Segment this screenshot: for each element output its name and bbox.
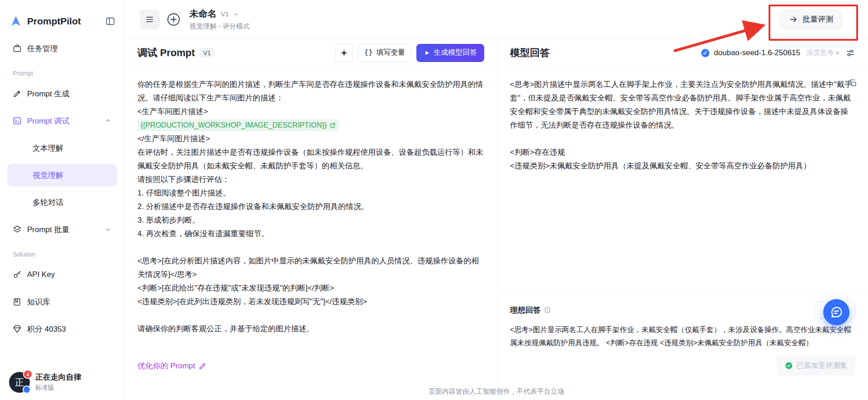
answer-panel-title: 模型回答 bbox=[510, 46, 550, 60]
user-profile[interactable]: 正 4 正在走向自律 标准版 bbox=[7, 367, 117, 400]
prompt-editor[interactable]: 你的任务是根据生产车间的图片描述，判断生产车间是否存在违规操作设备和未佩戴安全防… bbox=[125, 67, 497, 354]
chevron-down-icon[interactable] bbox=[233, 11, 239, 17]
main-area: 未命名 V1 视觉理解 - 评分模式 批量评测 调试 Prompt V1 bbox=[125, 0, 868, 400]
model-name: doubao-seed-1.6-250615 bbox=[714, 48, 800, 57]
fill-variables-label: 填写变量 bbox=[376, 48, 405, 57]
deep-thinking-toggle[interactable]: 深度思考 bbox=[807, 48, 839, 57]
generate-answer-label: 生成模型回答 bbox=[434, 48, 477, 57]
sidebar-item-points[interactable]: 积分 40353 bbox=[7, 318, 117, 340]
mode-subtitle: 视觉理解 - 评分模式 bbox=[189, 22, 250, 31]
play-icon bbox=[424, 50, 430, 56]
batch-evaluation-label: 批量评测 bbox=[802, 14, 833, 24]
generate-answer-button[interactable]: 生成模型回答 bbox=[416, 44, 484, 62]
variable-chip-label: {{PRODUCTION_WORKSHOP_IMAGE_DESCRIPTION}… bbox=[141, 119, 327, 131]
avatar: 正 4 bbox=[9, 372, 30, 393]
sidebar-item-label: 视觉理解 bbox=[33, 170, 63, 181]
notification-badge: 4 bbox=[23, 370, 33, 379]
content-panels: 调试 Prompt V1 {} 填写变量 生成模型回答 bbox=[125, 39, 868, 383]
sidebar-collapse-icon[interactable] bbox=[105, 16, 115, 26]
api-key-icon bbox=[13, 270, 22, 279]
member-mini-icon bbox=[23, 386, 31, 394]
ideal-answer-text: <思考>图片显示两名工人在脚手架作业，未戴安全帽（仅戴手套），未涉及设备操作。高… bbox=[510, 323, 855, 349]
braces-icon: {} bbox=[364, 49, 373, 57]
prompt-text-intro: 你的任务是根据生产车间的图片描述，判断生产车间是否存在违规操作设备和未佩戴安全防… bbox=[137, 78, 484, 119]
sidebar-item-api-key[interactable]: API Key bbox=[7, 263, 117, 286]
batch-evaluation-button[interactable]: 批量评测 bbox=[779, 9, 843, 30]
answer-panel: 模型回答 doubao-seed-1.6-250615 深度思考 bbox=[497, 39, 868, 383]
user-plan: 标准版 bbox=[35, 384, 81, 392]
sidebar-item-label: Prompt 生成 bbox=[27, 89, 70, 99]
app-root: PromptPilot 任务管理 Prompt Prompt 生成 Prompt… bbox=[0, 0, 868, 400]
prompt-panel-title: 调试 Prompt bbox=[137, 46, 195, 60]
deep-thinking-dot-icon bbox=[836, 52, 839, 54]
sidebar-item-label: Prompt 批量 bbox=[27, 224, 70, 235]
chat-icon bbox=[830, 305, 843, 319]
task-management-icon bbox=[13, 44, 22, 53]
ideal-answer-section: 理想回答 修改 <思考>图片显示两名工人在脚手架作业，未戴安全帽（仅戴手套），未… bbox=[497, 294, 868, 352]
sidebar-item-prompt-debug[interactable]: Prompt 调试 bbox=[7, 110, 117, 132]
magic-pen-icon bbox=[198, 362, 207, 370]
chevron-down-icon bbox=[104, 226, 112, 233]
sparkle-icon[interactable] bbox=[335, 44, 353, 62]
sidebar-item-multi-turn-dialog[interactable]: 多轮对话 bbox=[7, 191, 117, 214]
info-icon[interactable] bbox=[544, 306, 551, 314]
sidebar: PromptPilot 任务管理 Prompt Prompt 生成 Prompt… bbox=[0, 0, 125, 400]
added-row: 已添加至评测集 bbox=[497, 352, 868, 383]
copy-icon[interactable] bbox=[849, 79, 857, 87]
chevron-up-icon bbox=[104, 117, 112, 124]
model-response-area: <思考>图片描述中显示两名工人在脚手架上作业，主要关注点为安全防护用具佩戴情况。… bbox=[497, 67, 868, 294]
added-to-eval-set-button[interactable]: 已添加至评测集 bbox=[777, 356, 855, 376]
points-icon bbox=[13, 324, 22, 333]
page-title: 未命名 bbox=[189, 8, 217, 20]
prompt-version-badge: V1 bbox=[199, 48, 214, 58]
prompt-batch-icon bbox=[13, 225, 22, 234]
prompt-debug-icon bbox=[13, 116, 22, 125]
prompt-text-body: </生产车间图片描述> 在评估时，关注图片描述中是否有违规操作设备（如未按操作规… bbox=[137, 132, 484, 336]
ideal-answer-title: 理想回答 bbox=[510, 305, 541, 315]
chat-support-button[interactable] bbox=[823, 299, 849, 325]
prompt-panel: 调试 Prompt V1 {} 填写变量 生成模型回答 bbox=[125, 39, 497, 383]
external-link-icon bbox=[330, 122, 336, 129]
sidebar-item-prompt-generate[interactable]: Prompt 生成 bbox=[7, 82, 117, 105]
app-name: PromptPilot bbox=[27, 16, 81, 27]
sidebar-item-label: 任务管理 bbox=[27, 43, 58, 54]
variable-chip[interactable]: {{PRODUCTION_WORKSHOP_IMAGE_DESCRIPTION}… bbox=[137, 119, 339, 131]
sidebar-item-label: 文本理解 bbox=[33, 143, 63, 153]
sidebar-item-knowledge-base[interactable]: 知识库 bbox=[7, 290, 117, 313]
section-label-prompt: Prompt bbox=[7, 64, 117, 82]
logo-row: PromptPilot bbox=[7, 10, 117, 33]
tune-icon[interactable] bbox=[845, 48, 855, 58]
sidebar-item-prompt-batch[interactable]: Prompt 批量 bbox=[7, 218, 117, 241]
arrow-right-icon bbox=[789, 15, 798, 24]
knowledge-base-icon bbox=[13, 297, 22, 306]
sidebar-item-task-management[interactable]: 任务管理 bbox=[7, 37, 117, 60]
menu-icon[interactable] bbox=[140, 10, 160, 29]
sidebar-item-label: 多轮对话 bbox=[33, 197, 63, 208]
user-name: 正在走向自律 bbox=[35, 373, 81, 382]
check-circle-icon bbox=[785, 362, 793, 370]
sidebar-item-visual-understanding[interactable]: 视觉理解 bbox=[7, 164, 117, 186]
deep-thinking-label: 深度思考 bbox=[807, 48, 834, 57]
sidebar-item-label: Prompt 调试 bbox=[27, 116, 70, 126]
app-logo-icon bbox=[9, 14, 23, 28]
prompt-generate-icon bbox=[13, 89, 22, 98]
sidebar-item-text-understanding[interactable]: 文本理解 bbox=[7, 137, 117, 159]
added-to-eval-set-label: 已添加至评测集 bbox=[797, 361, 847, 371]
optimize-prompt-link[interactable]: 优化你的 Prompt bbox=[125, 354, 497, 383]
model-logo-icon bbox=[700, 48, 710, 58]
new-session-icon[interactable] bbox=[166, 11, 182, 28]
top-header: 未命名 V1 视觉理解 - 评分模式 批量评测 bbox=[125, 0, 868, 39]
optimize-prompt-label: 优化你的 Prompt bbox=[137, 361, 195, 371]
sidebar-item-label: 积分 40353 bbox=[27, 324, 66, 334]
section-label-solution: Solution bbox=[7, 245, 117, 263]
model-selector[interactable]: doubao-seed-1.6-250615 bbox=[700, 48, 800, 58]
sidebar-nav: 任务管理 Prompt Prompt 生成 Prompt 调试 文本理解 视觉理… bbox=[7, 37, 117, 345]
fill-variables-button[interactable]: {} 填写变量 bbox=[358, 44, 412, 62]
model-response-text: <思考>图片描述中显示两名工人在脚手架上作业，主要关注点为安全防护用具佩戴情况。… bbox=[510, 78, 855, 173]
sidebar-item-label: 知识库 bbox=[27, 297, 50, 307]
footer-disclaimer: 页面内容皆由人工智能创作，不代表平台立场 bbox=[125, 383, 868, 400]
version-selector[interactable]: V1 bbox=[221, 10, 229, 18]
sidebar-item-label: API Key bbox=[27, 270, 55, 279]
